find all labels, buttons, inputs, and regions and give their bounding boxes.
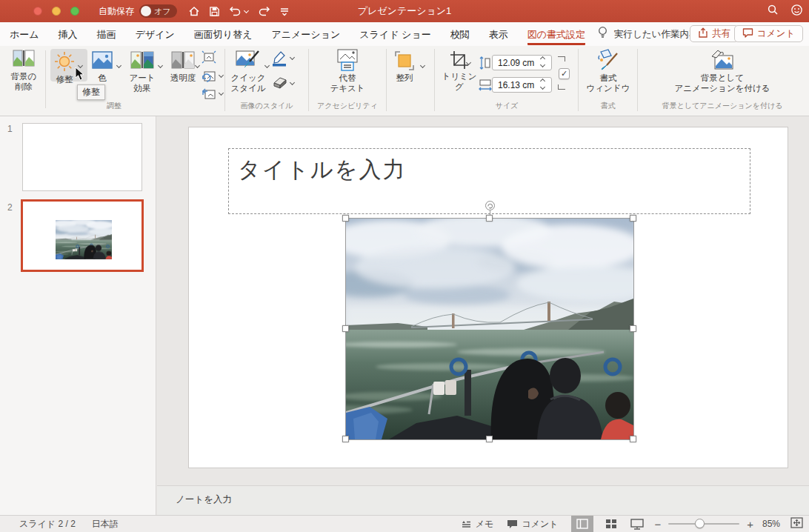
selection-handle-n[interactable] <box>486 215 493 222</box>
selection-handle-e[interactable] <box>630 325 636 332</box>
slide-sorter-icon <box>605 519 617 529</box>
color-label: 色 <box>98 73 107 84</box>
autosave-toggle[interactable]: オフ <box>139 4 177 18</box>
normal-view-button[interactable] <box>571 516 593 532</box>
reset-picture-dropdown-icon[interactable] <box>219 90 224 96</box>
selection-handle-nw[interactable] <box>342 215 349 222</box>
picture-effects-dropdown-icon[interactable] <box>290 80 295 85</box>
share-button[interactable]: 共有 <box>690 25 739 42</box>
undo-dropdown-icon[interactable] <box>244 7 249 13</box>
notes-pane[interactable]: ノートを入力 <box>157 485 809 515</box>
slide-counter: スライド 2 / 2 <box>19 518 76 531</box>
arrange-dropdown-icon[interactable] <box>420 63 425 68</box>
slide-2-photo <box>56 220 112 259</box>
tab-transitions[interactable]: 画面切り替え <box>194 23 253 45</box>
minimize-button[interactable] <box>52 7 61 16</box>
accessibility-group-label: アクセシビリティ <box>310 101 384 111</box>
format-pane-button[interactable]: 書式 ウィンドウ <box>585 49 631 93</box>
remove-background-button[interactable]: 背景の 削除 <box>4 49 43 92</box>
selection-handle-s[interactable] <box>486 436 493 442</box>
account-icon[interactable] <box>790 4 803 19</box>
alt-text-button[interactable]: 代替 テキスト <box>327 49 368 93</box>
group-accessibility: 代替 テキスト アクセシビリティ <box>310 46 384 115</box>
alt-text-label: 代替 テキスト <box>330 73 364 93</box>
quick-styles-button[interactable]: クイック スタイル <box>230 49 267 93</box>
color-button[interactable]: 色 <box>87 50 117 84</box>
selection-handle-sw[interactable] <box>342 436 349 442</box>
slide-surface[interactable]: タイトルを入力 <box>189 127 788 468</box>
arrange-button[interactable]: 整列 <box>390 50 419 84</box>
group-animate-background: 背景として アニメーションを付ける 背景としてアニメーションを付ける <box>640 46 805 115</box>
shape-width-icon <box>479 79 492 95</box>
zoom-slider[interactable] <box>668 523 739 525</box>
color-dropdown-icon[interactable] <box>116 63 121 68</box>
picture-border-dropdown-icon[interactable] <box>290 55 295 60</box>
tab-view[interactable]: 表示 <box>489 23 508 45</box>
selection-handle-se[interactable] <box>630 436 636 442</box>
fullscreen-button[interactable] <box>70 7 79 16</box>
tab-animations[interactable]: アニメーション <box>271 23 340 45</box>
corrections-tooltip: 修整 <box>77 84 105 100</box>
format-group-label: 書式 <box>581 101 636 111</box>
height-stepper[interactable] <box>541 57 545 67</box>
crop-button[interactable]: トリミング <box>439 50 480 92</box>
memo-toggle[interactable]: メモ <box>461 518 494 531</box>
selection-handle-w[interactable] <box>342 325 349 332</box>
picture-styles-group-label: 画像のスタイル <box>227 101 307 111</box>
slide-1-thumbnail[interactable] <box>22 123 142 191</box>
animate-background-group-label: 背景としてアニメーションを付ける <box>640 101 805 111</box>
slideshow-icon <box>630 519 644 530</box>
tab-review[interactable]: 校閲 <box>450 23 470 45</box>
redo-icon[interactable] <box>257 5 270 17</box>
picture-effects-icon[interactable] <box>271 76 287 92</box>
tab-slideshow[interactable]: スライド ショー <box>359 23 430 45</box>
crop-icon <box>450 50 469 70</box>
autosave-state: オフ <box>154 6 171 17</box>
group-arrange: 整列 <box>388 46 433 115</box>
home-icon[interactable] <box>188 5 200 17</box>
slide-sorter-view-button[interactable] <box>602 516 620 532</box>
selection-handle-ne[interactable] <box>630 215 636 222</box>
comments-toggle[interactable]: コメント <box>507 518 558 531</box>
width-stepper[interactable] <box>541 79 545 89</box>
autosave-label: 自動保存 <box>99 5 134 18</box>
tab-picture-format[interactable]: 図の書式設定 <box>527 23 585 45</box>
slide-2-number: 2 <box>7 202 13 213</box>
group-size: トリミング ✓ サイズ <box>437 46 576 115</box>
tab-draw[interactable]: 描画 <box>97 23 116 45</box>
alt-text-icon <box>336 49 359 71</box>
zoom-slider-thumb[interactable] <box>695 519 705 528</box>
artistic-effects-label: アート 効果 <box>129 73 155 93</box>
close-button[interactable] <box>33 7 42 16</box>
lock-aspect-checkbox[interactable]: ✓ <box>559 68 570 79</box>
slideshow-view-button[interactable] <box>627 516 647 532</box>
fit-to-window-icon[interactable] <box>790 517 803 531</box>
compress-picture-icon[interactable] <box>202 50 216 67</box>
tab-home[interactable]: ホーム <box>10 23 39 45</box>
comments-button[interactable]: コメント <box>734 25 803 42</box>
tab-design[interactable]: デザイン <box>136 23 175 45</box>
rotate-handle[interactable] <box>485 201 495 210</box>
save-icon[interactable] <box>209 6 220 17</box>
powerpoint-window: 自動保存 オフ プレゼンテーション1 <box>0 0 809 532</box>
picture-border-icon[interactable] <box>271 50 287 70</box>
status-comment-icon <box>507 519 518 529</box>
change-picture-icon[interactable] <box>202 70 216 86</box>
transparency-label: 透明度 <box>170 73 196 84</box>
selected-picture[interactable] <box>346 219 633 439</box>
slide-thumbnail-panel: 1 2 <box>0 116 156 515</box>
customize-toolbar-icon[interactable] <box>279 6 290 16</box>
undo-icon[interactable] <box>229 5 248 17</box>
zoom-out-button[interactable]: − <box>653 518 662 531</box>
tab-insert[interactable]: 挿入 <box>59 23 78 45</box>
language-indicator[interactable]: 日本語 <box>92 518 119 531</box>
animate-background-button[interactable]: 背景として アニメーションを付ける <box>652 49 793 93</box>
slide-2-thumbnail[interactable] <box>21 199 144 272</box>
adjust-group-label: 調整 <box>4 101 224 111</box>
transparency-button[interactable]: 透明度 <box>166 50 200 84</box>
change-picture-dropdown-icon[interactable] <box>219 73 224 78</box>
zoom-level[interactable]: 85% <box>762 519 780 529</box>
zoom-in-button[interactable]: + <box>745 518 755 531</box>
artistic-effects-button[interactable]: アート 効果 <box>125 50 159 93</box>
search-icon[interactable] <box>767 4 779 19</box>
